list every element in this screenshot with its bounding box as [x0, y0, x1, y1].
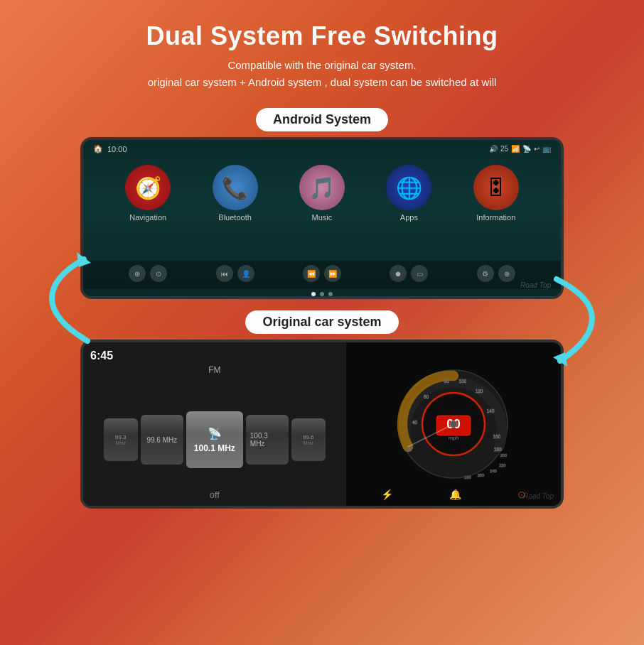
app-information[interactable]: 🎛 Information: [461, 165, 532, 222]
arrow-right-icon: [549, 269, 599, 368]
android-apps-row: 🧭 Navigation 📞 Bluetooth 🎵 Music 🌐 Apps: [83, 158, 561, 261]
station-4: 100.3 MHz: [246, 415, 289, 465]
app-music[interactable]: 🎵 Music: [286, 165, 358, 222]
svg-text:180: 180: [494, 447, 502, 452]
ctrl-btn-3[interactable]: ⏮: [216, 265, 233, 282]
apps-label: Apps: [400, 213, 418, 222]
ctrl-btn-1[interactable]: ⊕: [129, 265, 146, 282]
android-controls-row: ⊕ ⊙ ⏮ 👤 ⏪ ⏩ ⏺ ▭: [83, 261, 561, 289]
page-title: Dual System Free Switching: [146, 21, 498, 51]
svg-text:mph: mph: [449, 435, 458, 441]
ctrl-btn-5[interactable]: ⏪: [303, 265, 320, 282]
svg-text:100: 100: [458, 379, 466, 384]
apps-controls: ⏺ ▭: [390, 265, 428, 282]
original-screen-frame: 6:45 FM 99.3 MHz 99.6 MHz 📡 100.1 MHz: [80, 340, 564, 509]
station-main: 📡 100.1 MHz: [186, 411, 243, 468]
svg-text:220: 220: [499, 463, 505, 467]
dot-3: [328, 292, 333, 296]
page-subtitle: Compatible with the original car system.…: [148, 57, 497, 91]
station-2: 99.6 MHz: [141, 415, 183, 465]
ctrl-btn-9[interactable]: ⚙: [477, 265, 494, 282]
app-navigation[interactable]: 🧭 Navigation: [112, 165, 183, 222]
nav-icon: 🧭: [125, 165, 171, 210]
original-speedo-panel: 20 40 60 80 100 120 140 160 180: [346, 342, 561, 506]
original-screen-wrapper: Original car system 6:45 FM 99.3 MHz 99.…: [80, 310, 564, 509]
volume-icon: 🔊: [489, 145, 498, 153]
svg-text:140: 140: [486, 408, 494, 413]
dot-2: [320, 292, 324, 296]
android-label: Android System: [256, 108, 388, 131]
svg-text:200: 200: [500, 453, 507, 457]
info-label: Information: [476, 213, 515, 222]
app-bluetooth[interactable]: 📞 Bluetooth: [200, 165, 271, 222]
back-icon: ↩: [534, 145, 540, 153]
original-screen: 6:45 FM 99.3 MHz 99.6 MHz 📡 100.1 MHz: [83, 342, 561, 506]
android-statusbar: 🏠 10:00 🔊 25 📶 📡 ↩ 📺: [83, 140, 561, 158]
svg-text:260: 260: [478, 473, 484, 477]
svg-text:160: 160: [493, 434, 500, 439]
page-indicator: [83, 292, 561, 296]
android-screen-wrapper: Android System 🏠 10:00 🔊 25 📶 📡 ↩ 📺: [80, 108, 564, 299]
nav-label: Navigation: [129, 213, 166, 222]
ctrl-btn-7[interactable]: ⏺: [390, 265, 407, 282]
music-icon: 🎵: [299, 165, 345, 210]
info-icon: 🎛: [473, 165, 519, 210]
android-time: 10:00: [107, 145, 127, 153]
arrow-left-icon: [45, 249, 95, 348]
bt-label: Bluetooth: [218, 213, 251, 222]
dot-1: [311, 292, 316, 296]
original-watermark: Road Top: [523, 492, 554, 500]
svg-marker-1: [553, 352, 567, 367]
svg-text:40: 40: [412, 420, 418, 425]
svg-point-22: [450, 421, 457, 428]
android-screen: 🏠 10:00 🔊 25 📶 📡 ↩ 📺 🧭: [83, 140, 561, 296]
svg-text:240: 240: [490, 469, 496, 473]
fm-label: FM: [90, 365, 339, 375]
ctrl-btn-2[interactable]: ⊙: [150, 265, 167, 282]
signal-icon: 📶: [511, 145, 520, 153]
nav-controls: ⊕ ⊙: [129, 265, 167, 282]
svg-text:20: 20: [407, 447, 412, 452]
svg-text:280: 280: [464, 475, 471, 479]
station-5: 99.6 MHz: [291, 418, 326, 461]
original-label: Original car system: [245, 310, 398, 334]
svg-marker-0: [77, 252, 91, 267]
ctrl-btn-6[interactable]: ⏩: [324, 265, 341, 282]
android-watermark: Road Top: [520, 281, 551, 289]
home-icon: 🏠: [93, 144, 103, 153]
volume-level: 25: [500, 145, 508, 153]
android-screen-frame: 🏠 10:00 🔊 25 📶 📡 ↩ 📺 🧭: [80, 137, 564, 299]
ctrl-btn-4[interactable]: 👤: [237, 265, 254, 282]
music-label: Music: [312, 213, 333, 222]
ctrl-btn-8[interactable]: ▭: [411, 265, 428, 282]
wifi-icon: 📡: [522, 145, 531, 153]
speedometer: 20 40 60 80 100 120 140 160 180: [397, 367, 510, 481]
speedo-icon-2: 🔔: [449, 489, 461, 500]
apps-icon: 🌐: [386, 165, 431, 210]
screen-icon: 📺: [542, 145, 551, 153]
original-bottom-label: off: [83, 489, 346, 500]
app-apps[interactable]: 🌐 Apps: [373, 165, 444, 222]
radio-display: 99.3 MHz 99.6 MHz 📡 100.1 MHz 100.3 MHz: [90, 381, 339, 499]
screens-container: Android System 🏠 10:00 🔊 25 📶 📡 ↩ 📺: [45, 108, 599, 509]
svg-text:60: 60: [424, 394, 429, 399]
ctrl-btn-10[interactable]: ⊕: [498, 265, 515, 282]
original-radio-panel: 6:45 FM 99.3 MHz 99.6 MHz 📡 100.1 MHz: [83, 342, 346, 506]
music-controls: ⏪ ⏩: [303, 265, 341, 282]
radio-icon: 📡: [208, 427, 222, 440]
svg-text:120: 120: [475, 389, 483, 394]
station-1: 99.3 MHz: [104, 418, 138, 461]
bt-icon: 📞: [213, 165, 258, 210]
info-controls: ⚙ ⊕: [477, 265, 515, 282]
original-time: 6:45: [90, 349, 339, 362]
speedo-icon-1: ⚡: [381, 489, 393, 500]
svg-text:80: 80: [444, 379, 450, 384]
bt-controls: ⏮ 👤: [216, 265, 254, 282]
